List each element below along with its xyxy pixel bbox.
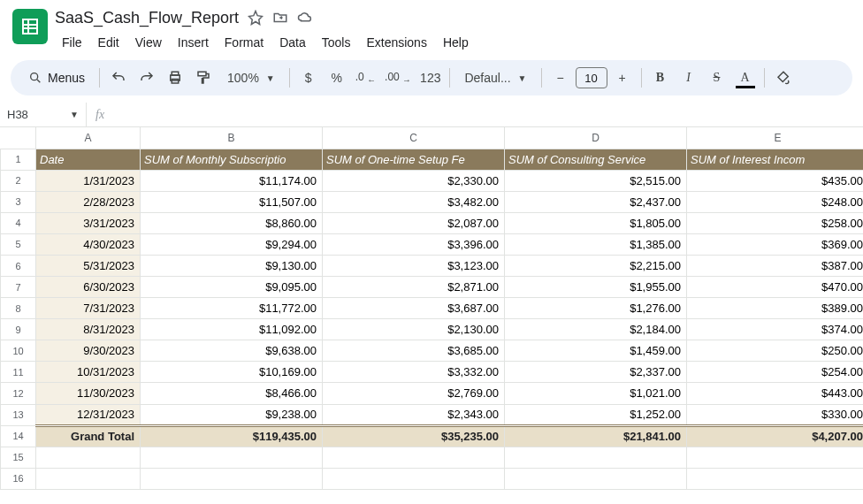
cell[interactable]: $1,021.00 bbox=[505, 383, 687, 404]
cell[interactable] bbox=[687, 468, 864, 489]
menus-search[interactable]: Menus bbox=[19, 65, 94, 91]
row-header[interactable]: 9 bbox=[1, 319, 36, 340]
menu-edit[interactable]: Edit bbox=[91, 32, 126, 53]
cell[interactable]: $369.00 bbox=[687, 233, 864, 255]
row-header[interactable]: 2 bbox=[1, 170, 36, 191]
italic-button[interactable]: I bbox=[676, 65, 702, 91]
cell[interactable] bbox=[505, 447, 687, 468]
cell[interactable]: $387.00 bbox=[687, 255, 864, 276]
row-header[interactable]: 15 bbox=[1, 447, 36, 468]
font-size-increase[interactable]: + bbox=[609, 65, 636, 91]
col-header-B[interactable]: B bbox=[141, 127, 323, 149]
cell[interactable]: $3,687.00 bbox=[323, 298, 505, 319]
increase-decimal-button[interactable]: .00 → bbox=[381, 65, 415, 91]
cell[interactable] bbox=[141, 468, 323, 489]
row-header[interactable]: 5 bbox=[1, 233, 36, 255]
cell[interactable] bbox=[36, 447, 141, 468]
cell[interactable]: $3,332.00 bbox=[323, 362, 505, 383]
cell[interactable]: 8/31/2023 bbox=[36, 319, 141, 340]
menu-extensions[interactable]: Extensions bbox=[359, 32, 433, 53]
cell[interactable] bbox=[323, 447, 505, 468]
menu-view[interactable]: View bbox=[128, 32, 169, 53]
cell[interactable]: $9,238.00 bbox=[141, 404, 323, 425]
cell[interactable]: $10,169.00 bbox=[141, 362, 323, 383]
cell[interactable]: $2,515.00 bbox=[505, 170, 687, 191]
row-header[interactable]: 10 bbox=[1, 340, 36, 362]
cell[interactable]: $8,860.00 bbox=[141, 212, 323, 233]
select-all-corner[interactable] bbox=[1, 127, 36, 149]
cell[interactable]: $21,841.00 bbox=[505, 425, 687, 447]
cell[interactable]: 2/28/2023 bbox=[36, 191, 141, 212]
cell[interactable]: 10/31/2023 bbox=[36, 362, 141, 383]
menu-help[interactable]: Help bbox=[436, 32, 476, 53]
percent-button[interactable]: % bbox=[324, 65, 350, 91]
cell[interactable]: $2,769.00 bbox=[323, 383, 505, 404]
cell[interactable]: $2,330.00 bbox=[323, 170, 505, 191]
cell[interactable]: $2,343.00 bbox=[323, 404, 505, 425]
sheets-logo[interactable] bbox=[12, 9, 48, 44]
cell[interactable]: $3,396.00 bbox=[323, 233, 505, 255]
more-formats-button[interactable]: 123 bbox=[416, 65, 444, 91]
cell[interactable] bbox=[36, 468, 141, 489]
text-color-button[interactable]: A bbox=[732, 65, 759, 91]
col-header-D[interactable]: D bbox=[505, 127, 687, 149]
cell[interactable]: Grand Total bbox=[36, 425, 141, 447]
font-dropdown[interactable]: Defaul...▼ bbox=[455, 65, 535, 91]
cell[interactable]: $9,638.00 bbox=[141, 340, 323, 362]
cell[interactable]: $470.00 bbox=[687, 277, 864, 298]
cell[interactable]: 9/30/2023 bbox=[36, 340, 141, 362]
cell[interactable]: 6/30/2023 bbox=[36, 277, 141, 298]
cell[interactable] bbox=[687, 447, 864, 468]
font-size-input[interactable]: 10 bbox=[576, 67, 607, 88]
fill-color-button[interactable] bbox=[770, 65, 797, 91]
move-folder-icon[interactable] bbox=[272, 10, 288, 26]
cell[interactable]: $330.00 bbox=[687, 404, 864, 425]
redo-button[interactable] bbox=[134, 65, 160, 91]
cell[interactable]: SUM of Interest Incom bbox=[687, 149, 864, 170]
cell[interactable]: $2,337.00 bbox=[505, 362, 687, 383]
cell[interactable]: $374.00 bbox=[687, 319, 864, 340]
cell[interactable]: $8,466.00 bbox=[141, 383, 323, 404]
row-header[interactable]: 6 bbox=[1, 255, 36, 276]
cell[interactable]: 7/31/2023 bbox=[36, 298, 141, 319]
cell[interactable]: 1/31/2023 bbox=[36, 170, 141, 191]
cell[interactable]: $254.00 bbox=[687, 362, 864, 383]
row-header[interactable]: 1 bbox=[1, 149, 36, 170]
col-header-E[interactable]: E bbox=[687, 127, 864, 149]
cell[interactable]: $1,252.00 bbox=[505, 404, 687, 425]
cell[interactable]: $1,955.00 bbox=[505, 277, 687, 298]
col-header-A[interactable]: A bbox=[36, 127, 141, 149]
cell[interactable] bbox=[323, 468, 505, 489]
cell[interactable]: $1,276.00 bbox=[505, 298, 687, 319]
cell[interactable]: 3/31/2023 bbox=[36, 212, 141, 233]
cell[interactable]: $250.00 bbox=[687, 340, 864, 362]
cell[interactable]: $119,435.00 bbox=[141, 425, 323, 447]
paint-format-button[interactable] bbox=[190, 65, 217, 91]
cell[interactable]: $1,385.00 bbox=[505, 233, 687, 255]
cell[interactable]: $1,459.00 bbox=[505, 340, 687, 362]
cell[interactable]: 4/30/2023 bbox=[36, 233, 141, 255]
strikethrough-button[interactable]: S bbox=[704, 65, 730, 91]
cell[interactable]: $1,805.00 bbox=[505, 212, 687, 233]
cell[interactable]: 5/31/2023 bbox=[36, 255, 141, 276]
menu-tools[interactable]: Tools bbox=[315, 32, 358, 53]
cell[interactable] bbox=[505, 468, 687, 489]
zoom-dropdown[interactable]: 100%▼ bbox=[218, 65, 284, 91]
cell[interactable]: $2,087.00 bbox=[323, 212, 505, 233]
name-box[interactable]: H38 ▼ bbox=[0, 103, 87, 126]
row-header[interactable]: 7 bbox=[1, 277, 36, 298]
doc-title[interactable]: SaaS_Cash_Flow_Report bbox=[55, 9, 239, 27]
cell[interactable]: $3,685.00 bbox=[323, 340, 505, 362]
cell[interactable]: $11,507.00 bbox=[141, 191, 323, 212]
col-header-C[interactable]: C bbox=[323, 127, 505, 149]
cell[interactable]: $3,123.00 bbox=[323, 255, 505, 276]
cell[interactable]: $3,482.00 bbox=[323, 191, 505, 212]
currency-button[interactable]: $ bbox=[295, 65, 322, 91]
row-header[interactable]: 3 bbox=[1, 191, 36, 212]
cell[interactable]: $258.00 bbox=[687, 212, 864, 233]
menu-insert[interactable]: Insert bbox=[171, 32, 216, 53]
cell[interactable]: SUM of One-time Setup Fe bbox=[323, 149, 505, 170]
cell[interactable]: $389.00 bbox=[687, 298, 864, 319]
row-header[interactable]: 12 bbox=[1, 383, 36, 404]
cell[interactable]: $2,215.00 bbox=[505, 255, 687, 276]
